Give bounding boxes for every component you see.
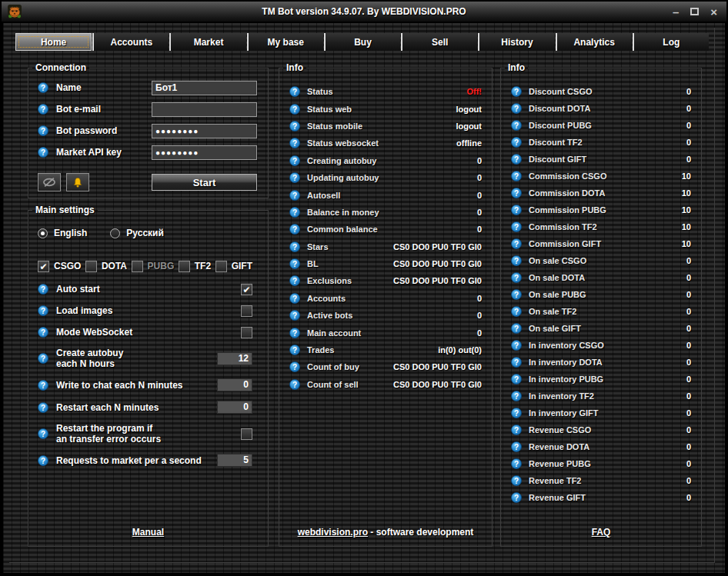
help-icon[interactable]: ? xyxy=(511,340,522,351)
restart-each-n-minutes-input[interactable]: 0 xyxy=(217,401,252,414)
help-icon[interactable]: ? xyxy=(289,293,300,304)
mode-websocket-checkbox[interactable] xyxy=(241,327,252,338)
help-icon[interactable]: ? xyxy=(38,82,48,93)
help-icon[interactable]: ? xyxy=(289,138,300,148)
restart-the-program-if-checkbox[interactable] xyxy=(241,428,252,440)
help-icon[interactable]: ? xyxy=(38,353,48,364)
name-input[interactable] xyxy=(152,81,257,95)
help-icon[interactable]: ? xyxy=(511,408,522,418)
language-option-english[interactable]: English xyxy=(38,228,87,238)
pubg-checkbox[interactable] xyxy=(132,261,143,272)
notifications-button[interactable] xyxy=(66,173,89,191)
auto-start-checkbox[interactable] xyxy=(241,284,252,295)
help-icon[interactable]: ? xyxy=(38,284,48,295)
help-icon[interactable]: ? xyxy=(511,323,522,334)
game-option-tf2[interactable]: TF2 xyxy=(179,261,211,272)
minimize-button[interactable]: – xyxy=(673,6,679,18)
radio-русский[interactable] xyxy=(110,228,120,238)
help-icon[interactable]: ? xyxy=(511,137,522,148)
start-button[interactable]: Start xyxy=(152,174,257,191)
help-icon[interactable]: ? xyxy=(289,86,300,97)
help-icon[interactable]: ? xyxy=(511,357,522,368)
bot-e-mail-input[interactable] xyxy=(152,102,257,117)
help-icon[interactable]: ? xyxy=(38,428,48,439)
help-icon[interactable]: ? xyxy=(38,455,48,466)
help-icon[interactable]: ? xyxy=(511,306,522,317)
tab-analytics[interactable]: Analytics xyxy=(556,33,632,51)
tab-market[interactable]: Market xyxy=(169,33,245,51)
game-option-csgo[interactable]: CSGO xyxy=(38,261,81,272)
webdivision-link[interactable]: webdivision.pro xyxy=(298,527,368,538)
help-icon[interactable]: ? xyxy=(289,224,300,235)
help-icon[interactable]: ? xyxy=(511,103,522,114)
manual-link[interactable]: Manual xyxy=(132,527,164,538)
help-icon[interactable]: ? xyxy=(511,272,522,283)
help-icon[interactable]: ? xyxy=(38,125,48,136)
tab-home[interactable]: Home xyxy=(15,33,92,51)
help-icon[interactable]: ? xyxy=(511,441,522,452)
help-icon[interactable]: ? xyxy=(511,205,522,215)
help-icon[interactable]: ? xyxy=(289,155,300,166)
help-icon[interactable]: ? xyxy=(511,475,522,486)
requests-to-market-per-a-second-input[interactable]: 5 xyxy=(217,454,252,467)
radio-english[interactable] xyxy=(38,228,48,238)
tab-history[interactable]: History xyxy=(478,33,554,51)
game-option-dota[interactable]: DOTA xyxy=(85,261,127,272)
tab-my-base[interactable]: My base xyxy=(247,33,323,51)
help-icon[interactable]: ? xyxy=(511,154,522,165)
maximize-button[interactable] xyxy=(690,8,699,15)
help-icon[interactable]: ? xyxy=(511,255,522,266)
help-icon[interactable]: ? xyxy=(511,188,522,198)
help-icon[interactable]: ? xyxy=(511,171,522,181)
language-option-русский[interactable]: Русский xyxy=(110,228,164,238)
game-option-pubg[interactable]: PUBG xyxy=(132,261,175,272)
game-option-gift[interactable]: GIFT xyxy=(215,261,252,272)
help-icon[interactable]: ? xyxy=(38,402,48,413)
tf2-checkbox[interactable] xyxy=(179,261,190,272)
help-icon[interactable]: ? xyxy=(289,241,300,252)
help-icon[interactable]: ? xyxy=(511,374,522,385)
help-icon[interactable]: ? xyxy=(511,492,522,503)
help-icon[interactable]: ? xyxy=(289,345,300,355)
help-icon[interactable]: ? xyxy=(511,238,522,249)
help-icon[interactable]: ? xyxy=(511,289,522,300)
tab-accounts[interactable]: Accounts xyxy=(92,33,169,51)
write-to-chat-each-n-minutes-input[interactable]: 0 xyxy=(217,378,252,391)
help-icon[interactable]: ? xyxy=(289,258,300,269)
help-icon[interactable]: ? xyxy=(289,104,300,115)
help-icon[interactable]: ? xyxy=(38,327,48,338)
tab-log[interactable]: Log xyxy=(633,33,709,51)
help-icon[interactable]: ? xyxy=(511,86,522,97)
csgo-checkbox[interactable] xyxy=(38,261,49,272)
help-icon[interactable]: ? xyxy=(289,310,300,321)
help-icon[interactable]: ? xyxy=(289,379,300,390)
dota-checkbox[interactable] xyxy=(85,261,97,272)
help-icon[interactable]: ? xyxy=(289,328,300,338)
tab-sell[interactable]: Sell xyxy=(401,33,477,51)
faq-link[interactable]: FAQ xyxy=(592,527,611,538)
help-icon[interactable]: ? xyxy=(511,425,522,435)
help-icon[interactable]: ? xyxy=(289,361,300,372)
help-icon[interactable]: ? xyxy=(38,380,48,391)
help-icon[interactable]: ? xyxy=(511,391,522,401)
create-autobuy-input[interactable]: 12 xyxy=(217,352,252,365)
help-icon[interactable]: ? xyxy=(511,221,522,232)
market-api-key-input[interactable] xyxy=(152,145,257,160)
help-icon[interactable]: ? xyxy=(289,207,300,218)
load-images-checkbox[interactable] xyxy=(241,305,252,317)
tab-buy[interactable]: Buy xyxy=(324,33,400,51)
bot-password-input[interactable] xyxy=(152,124,257,138)
info-row: ?Discount CSGO0 xyxy=(511,83,691,100)
help-icon[interactable]: ? xyxy=(511,120,522,131)
help-icon[interactable]: ? xyxy=(38,104,48,115)
help-icon[interactable]: ? xyxy=(289,172,300,183)
hide-password-button[interactable] xyxy=(38,173,61,191)
help-icon[interactable]: ? xyxy=(38,147,48,158)
close-button[interactable]: × xyxy=(710,6,717,18)
help-icon[interactable]: ? xyxy=(38,305,48,316)
help-icon[interactable]: ? xyxy=(289,190,300,201)
help-icon[interactable]: ? xyxy=(511,458,522,469)
help-icon[interactable]: ? xyxy=(289,275,300,286)
gift-checkbox[interactable] xyxy=(215,261,227,272)
help-icon[interactable]: ? xyxy=(289,121,300,132)
